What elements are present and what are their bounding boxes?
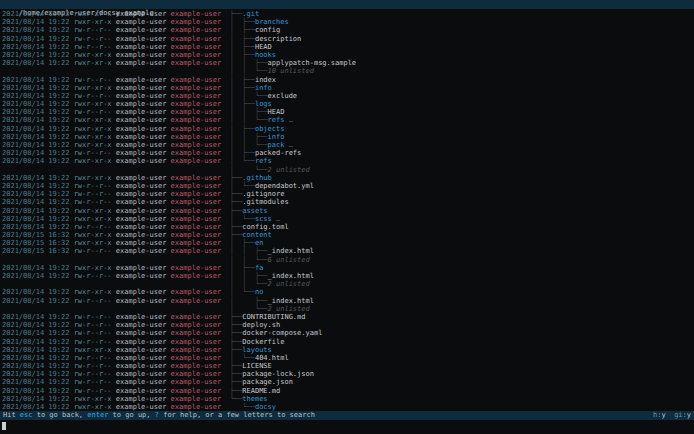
col-owner (116, 166, 171, 174)
col-modified: 2021/08/14 19:22 (2, 92, 74, 100)
tree-row[interactable]: 2021/08/14 19:22 rwxr-xr-x example-user … (2, 116, 694, 124)
tree-row[interactable]: 2021/08/14 19:22 rwxr-xr-x example-user … (2, 10, 694, 18)
col-group: example-user (171, 59, 230, 67)
tree-row[interactable]: │ └──2 unlisted (2, 166, 694, 174)
tree-row[interactable]: 2021/08/15 16:32 rw-r--r-- example-user … (2, 247, 694, 255)
tree-row[interactable]: 2021/08/14 19:22 rw-r--r-- example-user … (2, 223, 694, 231)
col-owner: example-user (116, 84, 171, 92)
tree-row[interactable]: 2021/08/14 19:22 rwxr-xr-x example-user … (2, 215, 694, 223)
tree-row[interactable]: 2021/08/14 19:22 rwxr-xr-x example-user … (2, 395, 694, 403)
tree-row[interactable]: 2021/08/14 19:22 rw-r--r-- example-user … (2, 329, 694, 337)
col-group: example-user (171, 346, 230, 354)
col-owner: example-user (116, 395, 171, 403)
col-permissions: rwxr-xr-x (74, 157, 116, 165)
tree-row[interactable]: 2021/08/14 19:22 rwxr-xr-x example-user … (2, 125, 694, 133)
tree-row[interactable]: 2021/08/14 19:22 rw-r--r-- example-user … (2, 26, 694, 34)
col-modified: 2021/08/14 19:22 (2, 215, 74, 223)
tree-row[interactable]: 2021/08/14 19:22 rw-r--r-- example-user … (2, 92, 694, 100)
tree-row[interactable]: 2021/08/14 19:22 rwxr-xr-x example-user … (2, 84, 694, 92)
tree-row[interactable]: 2021/08/14 19:22 rw-r--r-- example-user … (2, 387, 694, 395)
col-group: example-user (171, 272, 230, 280)
file-name: description (255, 35, 301, 43)
file-name: exclude (268, 92, 298, 100)
directory-name: info (255, 84, 272, 92)
hint-text: to go back, (33, 411, 88, 419)
col-owner: example-user (116, 313, 171, 321)
col-permissions: rw-r--r-- (74, 247, 116, 255)
tree-row[interactable]: 2021/08/14 19:22 rw-r--r-- example-user … (2, 313, 694, 321)
tree-branch-lines: │ │ └── (230, 256, 268, 264)
col-permissions: rw-r--r-- (74, 378, 116, 386)
col-permissions (74, 256, 116, 264)
tree-row[interactable]: 2021/08/14 19:22 rwxr-xr-x example-user … (2, 51, 694, 59)
file-name: deploy.sh (242, 321, 280, 329)
col-permissions: rw-r--r-- (74, 190, 116, 198)
col-modified: 2021/08/14 19:22 (2, 403, 74, 411)
col-permissions: rw-r--r-- (74, 387, 116, 395)
col-group: example-user (171, 43, 230, 51)
col-permissions: rw-r--r-- (74, 182, 116, 190)
tree-branch-lines: ├── (230, 207, 243, 215)
col-owner: example-user (116, 207, 171, 215)
col-owner: example-user (116, 346, 171, 354)
tree-row[interactable]: 2021/08/14 19:22 rw-r--r-- example-user … (2, 297, 694, 305)
col-permissions: rw-r--r-- (74, 35, 116, 43)
col-modified: 2021/08/14 19:22 (2, 198, 74, 206)
tree-row[interactable]: 2021/08/14 19:22 rw-r--r-- example-user … (2, 198, 694, 206)
directory-name: refs (268, 116, 285, 124)
col-modified: 2021/08/14 19:22 (2, 387, 74, 395)
unlisted-count: 2 unlisted (268, 305, 310, 313)
file-name: HEAD (255, 43, 272, 51)
col-modified: 2021/08/14 19:22 (2, 43, 74, 51)
hint-text: for help, or a few letters to search (159, 411, 315, 419)
tree-row[interactable]: 2021/08/14 19:22 rw-r--r-- example-user … (2, 43, 694, 51)
tree-row[interactable]: 2021/08/14 19:22 rw-r--r-- example-user … (2, 76, 694, 84)
col-permissions: rwxr-xr-x (74, 10, 116, 18)
tree-row[interactable]: │ │ └──10 unlisted (2, 67, 694, 75)
tree-branch-lines: │ ├── (230, 149, 255, 157)
col-modified: 2021/08/14 19:22 (2, 141, 74, 149)
tree-branch-lines: │ └── (230, 305, 268, 313)
tree-row[interactable]: 2021/08/14 19:22 rw-r--r-- example-user … (2, 378, 694, 386)
col-group (171, 280, 230, 288)
hint-text: Hit (3, 411, 20, 419)
tree-row[interactable]: 2021/08/14 19:22 rw-r--r-- example-user … (2, 338, 694, 346)
col-owner: example-user (116, 387, 171, 395)
tree-row[interactable]: 2021/08/14 19:22 rwxr-xr-x example-user … (2, 157, 694, 165)
col-owner: example-user (116, 51, 171, 59)
col-permissions: rw-r--r-- (74, 297, 116, 305)
tree-branch-lines: │ │ └── (230, 280, 268, 288)
tree-row[interactable]: 2021/08/14 19:22 rwxr-xr-x example-user … (2, 207, 694, 215)
col-permissions: rw-r--r-- (74, 26, 116, 34)
tree-row[interactable]: 2021/08/14 19:22 rwxr-xr-x example-user … (2, 403, 694, 411)
col-modified: 2021/08/14 19:22 (2, 338, 74, 346)
hint-text: to go up, (108, 411, 154, 419)
tree-row[interactable]: │ │ └──6 unlisted (2, 256, 694, 264)
col-group: example-user (171, 362, 230, 370)
col-modified: 2021/08/14 19:22 (2, 100, 74, 108)
tree-row[interactable]: 2021/08/14 19:22 rw-r--r-- example-user … (2, 354, 694, 362)
col-group: example-user (171, 354, 230, 362)
col-group: example-user (171, 297, 230, 305)
tree-row[interactable]: 2021/08/14 19:22 rw-r--r-- example-user … (2, 182, 694, 190)
status-hint: Hit esc to go back, enter to go up, ? fo… (3, 411, 315, 420)
directory-name: .github (242, 174, 272, 182)
tree-row[interactable]: 2021/08/14 19:22 rw-r--r-- example-user … (2, 272, 694, 280)
tree-branch-lines: │ │ ├── (230, 247, 268, 255)
tree-row[interactable]: 2021/08/14 19:22 rw-r--r-- example-user … (2, 35, 694, 43)
search-input[interactable] (0, 420, 694, 434)
tree-row[interactable]: 2021/08/14 19:22 rwxr-xr-x example-user … (2, 141, 694, 149)
tree-row[interactable]: 2021/08/14 19:22 rwxr-xr-x example-user … (2, 288, 694, 296)
col-group: example-user (171, 329, 230, 337)
col-owner: example-user (116, 215, 171, 223)
col-owner (116, 305, 171, 313)
tree-row[interactable]: 2021/08/14 19:22 rwxr-xr-x example-user … (2, 346, 694, 354)
tree-row[interactable]: 2021/08/14 19:22 rwxr-xr-x example-user … (2, 174, 694, 182)
tree-row[interactable]: │ └──2 unlisted (2, 305, 694, 313)
col-modified (2, 67, 74, 75)
col-modified: 2021/08/14 19:22 (2, 84, 74, 92)
col-group: example-user (171, 198, 230, 206)
status-bar: Hit esc to go back, enter to go up, ? fo… (0, 411, 694, 420)
tree-row[interactable]: 2021/08/14 19:22 rwxr-xr-x example-user … (2, 133, 694, 141)
tree-row[interactable]: 2021/08/14 19:22 rwxr-xr-x example-user … (2, 264, 694, 272)
